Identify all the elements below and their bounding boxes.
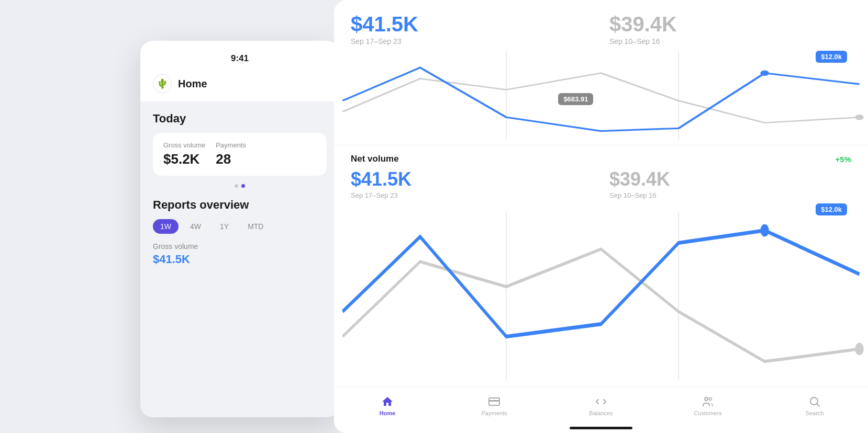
tooltip-blue-net: $12.0k — [816, 203, 847, 215]
svg-rect-9 — [489, 400, 499, 402]
top-chart-area: $12.0k $683.91 — [334, 45, 868, 145]
dot-2 — [241, 184, 245, 188]
gross-volume-label2: Gross volume — [153, 242, 327, 250]
net-previous-col: $39.4K Sep 10–Sep 16 — [609, 168, 851, 199]
tab-payments[interactable]: Payments — [441, 393, 548, 418]
dot-1 — [235, 184, 238, 188]
home-indicator — [334, 423, 868, 433]
gross-volume-value: $5.2K — [163, 151, 199, 167]
mobile-time: 9:41 — [153, 49, 327, 70]
tab-search[interactable]: Search — [761, 393, 868, 418]
svg-point-2 — [760, 71, 769, 76]
svg-point-6 — [760, 224, 769, 237]
main-panel: $41.5K Sep 17–Sep 23 $39.4K Sep 10–Sep 1… — [334, 0, 868, 433]
svg-point-10 — [705, 397, 708, 401]
filter-1w[interactable]: 1W — [153, 219, 179, 234]
top-values-row: $41.5K Sep 17–Sep 23 $39.4K Sep 10–Sep 1… — [334, 0, 868, 45]
bottom-chart-area: $12.0k — [334, 199, 868, 386]
filter-1y[interactable]: 1Y — [213, 219, 236, 234]
tab-search-label: Search — [806, 410, 824, 416]
net-previous-date: Sep 10–Sep 16 — [609, 191, 851, 199]
pagination-dots — [153, 184, 327, 188]
net-current-date: Sep 17–Sep 23 — [351, 191, 593, 199]
stats-card: Gross volume $5.2K Payments 28 — [153, 133, 327, 176]
top-chart-svg — [334, 45, 868, 145]
previous-value: $39.4K — [609, 13, 851, 36]
svg-point-7 — [855, 343, 863, 355]
app-icon: 🌵 — [153, 74, 172, 93]
gross-volume-label: Gross volume — [163, 141, 205, 149]
svg-line-13 — [817, 404, 820, 407]
tab-bar: Home Payments Balances Customers — [334, 386, 868, 423]
payments-icon — [488, 395, 500, 408]
filter-4w[interactable]: 4W — [183, 219, 208, 234]
balances-icon — [595, 395, 607, 408]
tab-balances[interactable]: Balances — [548, 393, 654, 418]
net-previous-value: $39.4K — [609, 168, 851, 190]
previous-period-col: $39.4K Sep 10–Sep 16 — [609, 13, 851, 45]
today-label: Today — [153, 112, 327, 126]
customers-icon — [702, 395, 714, 408]
mobile-card: 9:41 🌵 Home Today Gross volume $5.2K Pay… — [140, 41, 339, 417]
bottom-chart-svg — [334, 199, 868, 386]
net-volume-values-row: $41.5K Sep 17–Sep 23 $39.4K Sep 10–Sep 1… — [351, 168, 851, 199]
gross-volume-value2: $41.5K — [153, 253, 327, 266]
tab-home-label: Home — [380, 410, 396, 416]
current-date: Sep 17–Sep 23 — [351, 37, 593, 45]
payments-stat: Payments 28 — [216, 141, 246, 167]
current-period-col: $41.5K Sep 17–Sep 23 — [351, 13, 593, 45]
mobile-content: Today Gross volume $5.2K Payments 28 Rep… — [140, 101, 339, 277]
svg-point-3 — [855, 115, 863, 120]
current-value: $41.5K — [351, 13, 593, 36]
svg-point-11 — [709, 398, 712, 401]
time-filters: 1W 4W 1Y MTD — [153, 219, 327, 234]
net-current-col: $41.5K Sep 17–Sep 23 — [351, 168, 593, 199]
payments-value: 28 — [216, 151, 231, 167]
search-icon — [808, 395, 821, 408]
home-bar — [570, 427, 632, 429]
net-current-value: $41.5K — [351, 168, 593, 190]
tab-payments-label: Payments — [482, 410, 507, 416]
reports-overview-label: Reports overview — [153, 198, 327, 212]
tooltip-gray-top: $683.91 — [558, 93, 593, 105]
tab-customers[interactable]: Customers — [654, 393, 761, 418]
net-volume-change: +5% — [836, 155, 851, 164]
previous-date: Sep 10–Sep 16 — [609, 37, 851, 45]
mobile-nav-header: 🌵 Home — [153, 70, 327, 101]
mobile-header: 9:41 🌵 Home — [140, 41, 339, 101]
net-volume-header: Net volume +5% — [351, 154, 851, 164]
tooltip-blue-top: $12.0k — [816, 51, 847, 63]
filter-mtd[interactable]: MTD — [240, 219, 271, 234]
net-volume-section: Net volume +5% $41.5K Sep 17–Sep 23 $39.… — [334, 145, 868, 199]
gross-volume-stat: Gross volume $5.2K — [163, 141, 205, 167]
tab-customers-label: Customers — [694, 410, 721, 416]
nav-title: Home — [178, 78, 207, 90]
home-icon — [381, 395, 394, 408]
tab-home[interactable]: Home — [334, 393, 441, 418]
payments-label: Payments — [216, 141, 246, 149]
net-volume-label: Net volume — [351, 154, 399, 164]
tab-balances-label: Balances — [589, 410, 613, 416]
